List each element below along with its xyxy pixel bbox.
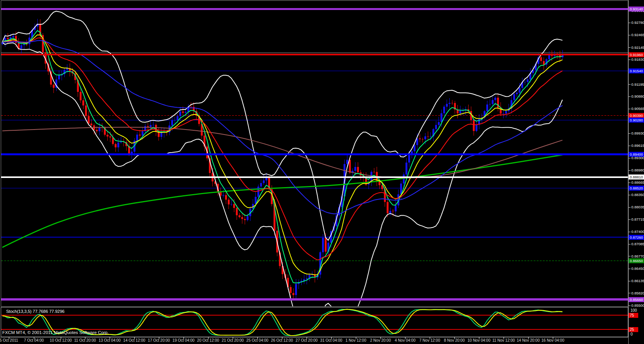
candle-body: [7, 38, 9, 39]
candle-body: [257, 187, 259, 197]
candle-body: [357, 167, 359, 172]
candle-body: [23, 44, 25, 45]
time-label: 20 Oct 12:00: [197, 338, 219, 342]
candle-body: [152, 125, 154, 125]
candle-body: [349, 160, 351, 173]
candle-body: [395, 205, 397, 211]
candle-body: [440, 113, 442, 122]
candle-body: [325, 238, 327, 252]
candle-body: [524, 82, 526, 82]
candle-body: [260, 183, 262, 186]
stoch-scale-25[interactable]: 25: [629, 327, 638, 332]
candle-body: [222, 195, 224, 196]
price-tick-label: 0.92465: [631, 33, 644, 37]
candle-body: [527, 80, 529, 82]
price-tick-label: 0.88350: [631, 193, 644, 197]
price-badge-0.91960[interactable]: 0.91960: [629, 52, 644, 57]
candle-body: [373, 172, 375, 172]
bollinger-lower-band[interactable]: [2, 42, 562, 335]
candle-body: [354, 167, 356, 171]
time-label: 17 Oct 20:00: [148, 338, 170, 342]
candle-body: [244, 219, 246, 220]
candle-body: [139, 135, 141, 135]
candle-body: [449, 103, 450, 104]
candle-body: [88, 116, 90, 124]
candle-body: [82, 100, 84, 106]
candle-body: [263, 180, 265, 183]
candle-body: [136, 135, 138, 141]
time-label: 10 Nov 04:00: [467, 338, 491, 342]
candle-body: [435, 125, 437, 129]
price-badge-0.90280[interactable]: 0.90280: [629, 118, 644, 123]
candle-body: [292, 293, 294, 295]
candle-body: [109, 136, 111, 138]
axis-ticks: [9, 11, 631, 339]
time-label: 19 Oct 04:00: [172, 338, 194, 342]
candle-body: [12, 36, 14, 37]
time-label: 7 Nov 12:00: [419, 338, 440, 342]
price-badge-0.91540[interactable]: 0.91540: [629, 68, 644, 73]
price-tick-label: 0.90565: [631, 106, 644, 111]
time-label: 13 Oct 04:00: [98, 338, 120, 342]
chart-canvas[interactable]: [0, 0, 644, 344]
candle-body: [451, 103, 453, 103]
price-badge-0.87260[interactable]: 0.87260: [629, 235, 644, 240]
price-badge-0.88810[interactable]: 0.88810: [629, 174, 644, 179]
candle-body: [230, 204, 232, 204]
candle-body: [185, 112, 187, 113]
candle-body: [306, 278, 308, 279]
candle-body: [179, 111, 181, 116]
price-badge-0.85660[interactable]: 0.85660: [629, 297, 644, 302]
candle-body: [247, 216, 249, 220]
candle-body: [505, 111, 507, 114]
candle-body: [53, 85, 55, 88]
price-tick-label: 0.85500: [631, 303, 644, 307]
stoch-scale-75[interactable]: 75: [629, 313, 638, 318]
candle-body: [427, 136, 429, 137]
price-tick-label: 0.86450: [631, 266, 644, 271]
time-label: 16 Nov 04:00: [541, 338, 564, 342]
candle-body: [443, 107, 445, 113]
price-tick-label: 0.89615: [631, 143, 644, 148]
candle-body: [519, 88, 521, 93]
time-label: 26 Oct 12:00: [271, 338, 293, 342]
time-label: 14 Nov 20:00: [517, 338, 540, 342]
price-badge-0.93140[interactable]: 0.93140: [629, 7, 644, 12]
candle-body: [150, 125, 152, 127]
candles[interactable]: [2, 19, 564, 298]
main-chart-area[interactable]: [1, 9, 628, 335]
price-badge-0.89400[interactable]: 0.89400: [629, 152, 644, 157]
candle-body: [502, 113, 504, 114]
bollinger-upper-band[interactable]: [2, 11, 562, 240]
price-tick-label: 0.88035: [631, 205, 644, 209]
candle-body: [96, 130, 98, 131]
candle-body: [516, 93, 518, 94]
price-badge-0.88520[interactable]: 0.88520: [629, 186, 644, 191]
candle-body: [225, 195, 227, 200]
price-tick-label: 0.86770: [631, 254, 644, 258]
candle-body: [389, 211, 391, 213]
candle-body: [228, 200, 230, 204]
candle-body: [438, 122, 440, 125]
price-badge-0.86650[interactable]: 0.86650: [629, 258, 644, 263]
price-tick-label: 0.87400: [631, 229, 644, 234]
ma-slow-green-line[interactable]: [2, 155, 562, 248]
candle-body: [459, 111, 461, 113]
candle-body: [430, 136, 432, 137]
price-tick-label: 0.92780: [631, 20, 644, 25]
price-tick-label: 0.89930: [631, 131, 644, 135]
time-label: 25 Oct 04:00: [246, 338, 268, 342]
candle-body: [405, 163, 407, 174]
candle-body: [551, 55, 553, 56]
price-tick-label: 0.91195: [631, 82, 644, 86]
candle-body: [241, 217, 243, 219]
candle-body: [414, 145, 415, 151]
price-tick-label: 0.87085: [631, 242, 644, 246]
ema-fast-green-line[interactable]: [2, 31, 562, 283]
time-label: 21 Oct 20:00: [222, 338, 244, 342]
candle-body: [473, 120, 475, 131]
candle-body: [475, 125, 477, 131]
time-label: 7 Oct 04:00: [24, 338, 44, 342]
copyright-text: FXCM MT4, © 2001-2011 MetaQuotes Softwar…: [2, 330, 109, 335]
candle-body: [379, 181, 380, 185]
